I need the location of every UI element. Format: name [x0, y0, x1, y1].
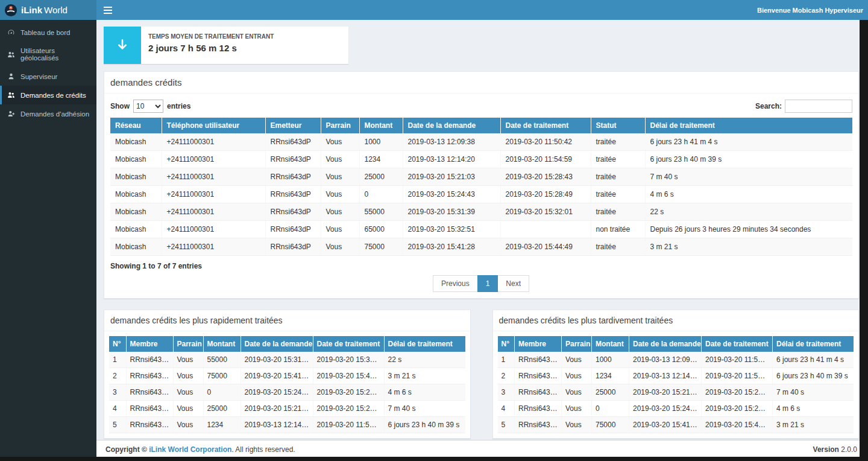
- pagination-previous-button[interactable]: Previous: [433, 275, 478, 292]
- column-header[interactable]: Date de traitement: [702, 336, 773, 352]
- sidebar-item-dashboard[interactable]: Tableau de bord: [0, 23, 96, 42]
- table-cell: 75000: [592, 417, 629, 433]
- sidebar: Tableau de bord Utilisateurs géolocalisé…: [0, 20, 96, 461]
- table-cell: Mobicash: [110, 221, 162, 238]
- table-cell: 2019-03-13 12:09:38: [629, 352, 702, 368]
- card-value: 2 jours 7 h 56 m 12 s: [148, 43, 274, 53]
- search-label: Search:: [755, 102, 782, 110]
- table-cell: RRnsi643dP: [515, 384, 562, 401]
- table-cell: +24111000301: [162, 168, 265, 186]
- table-cell: 2019-03-20 15:24:43: [403, 186, 500, 203]
- column-header[interactable]: N°: [109, 336, 126, 352]
- search-input[interactable]: [785, 100, 852, 113]
- table-cell: traitée: [591, 133, 645, 151]
- main-content: TEMPS MOYEN DE TRAITEMENT ENTRANT 2 jour…: [96, 20, 868, 461]
- table-cell: RRnsi643dP: [265, 203, 321, 221]
- table-cell: 1000: [592, 352, 629, 368]
- column-header[interactable]: Statut: [591, 118, 645, 133]
- column-header[interactable]: Délai de traitement: [773, 336, 854, 352]
- table-cell: Vous: [562, 401, 592, 417]
- table-cell: Mobicash: [110, 203, 162, 221]
- dashboard-icon: [7, 28, 16, 36]
- table-cell: RRnsi643dP: [265, 133, 321, 151]
- column-header[interactable]: Montant: [592, 336, 629, 352]
- table-cell: 55000: [203, 352, 241, 368]
- table-cell: +24111000301: [162, 238, 265, 256]
- table-cell: 22 s: [384, 352, 465, 368]
- column-header[interactable]: Réseau: [110, 118, 162, 133]
- table-row: Mobicash+24111000301RRnsi643dPVous650002…: [110, 221, 852, 238]
- column-header[interactable]: Parrain: [321, 118, 359, 133]
- scrollbar-vertical[interactable]: [860, 20, 868, 461]
- column-header[interactable]: Membre: [515, 336, 562, 352]
- version-text: Version 2.0.0: [813, 445, 857, 456]
- table-cell: 6 jours 23 h 40 m 39 s: [384, 417, 465, 433]
- table-cell: 1: [498, 352, 515, 368]
- table-cell: traitée: [591, 168, 645, 186]
- sidebar-item-credit-requests[interactable]: Demandes de crédits: [0, 86, 96, 104]
- table-cell: 65000: [359, 221, 403, 238]
- column-header[interactable]: Téléphone utilisateur: [162, 118, 265, 133]
- copyright-prefix: Copyright ©: [105, 445, 147, 454]
- table-cell: 2019-03-20 11:54:59: [313, 417, 384, 433]
- scrollbar-horizontal[interactable]: [0, 457, 868, 461]
- table-cell: 2019-03-20 11:50:42: [500, 133, 591, 151]
- company-link[interactable]: iLink World Corporation: [149, 445, 231, 454]
- sidebar-item-geolocated-users[interactable]: Utilisateurs géolocalisés: [0, 42, 96, 67]
- table-cell: 2: [498, 368, 515, 384]
- table-cell: 3 m 21 s: [384, 368, 465, 384]
- table-cell: traitée: [591, 238, 645, 256]
- column-header[interactable]: Date de traitement: [313, 336, 384, 352]
- table-cell: +24111000301: [162, 133, 265, 151]
- table-cell: 2019-03-20 15:41:28: [629, 417, 702, 433]
- table-cell: Vous: [562, 352, 592, 368]
- user-icon: [7, 72, 16, 80]
- table-cell: RRnsi643dP: [515, 352, 562, 368]
- table-cell: 2019-03-20 15:28:49: [313, 384, 384, 401]
- users-icon: [7, 51, 16, 59]
- column-header[interactable]: Délai de traitement: [384, 336, 465, 352]
- table-cell: 1234: [359, 151, 403, 168]
- table-cell: traitée: [591, 203, 645, 221]
- brand[interactable]: iLinkWorld: [0, 0, 96, 20]
- table-cell: 3: [109, 384, 126, 401]
- column-header[interactable]: Parrain: [173, 336, 203, 352]
- column-header[interactable]: Date de la demande: [403, 118, 500, 133]
- table-cell: 2019-03-20 15:31:39: [403, 203, 500, 221]
- column-header[interactable]: Date de la demande: [629, 336, 702, 352]
- column-header[interactable]: Emetteur: [265, 118, 321, 133]
- table-cell: RRnsi643dP: [126, 384, 173, 401]
- sidebar-toggle-button[interactable]: [96, 0, 119, 20]
- table-cell: Vous: [173, 401, 203, 417]
- table-cell: Mobicash: [110, 133, 162, 151]
- pagination-page-1-button[interactable]: 1: [477, 275, 498, 292]
- column-header[interactable]: Parrain: [562, 336, 592, 352]
- page-size-select[interactable]: 10: [133, 100, 163, 113]
- slowest-requests-panel: demandes crédits les plus tardivement tr…: [492, 310, 860, 439]
- column-header[interactable]: Montant: [359, 118, 403, 133]
- table-cell: 7 m 40 s: [645, 168, 852, 186]
- pagination-next-button[interactable]: Next: [497, 275, 529, 292]
- table-cell: 75000: [203, 368, 241, 384]
- column-header[interactable]: Montant: [203, 336, 241, 352]
- table-cell: 0: [592, 401, 629, 417]
- column-header[interactable]: Délai de traitement: [645, 118, 852, 133]
- table-cell: 2019-03-13 12:09:38: [403, 133, 500, 151]
- credit-requests-panel: demandes crédits Show 10 entries Search:: [104, 71, 859, 299]
- table-cell: +24111000301: [162, 203, 265, 221]
- table-header-row: RéseauTéléphone utilisateurEmetteurParra…: [110, 118, 852, 133]
- table-cell: 2019-03-20 15:24:43: [629, 401, 702, 417]
- table-row: Mobicash+24111000301RRnsi643dPVous550002…: [110, 203, 852, 221]
- column-header[interactable]: Date de traitement: [500, 118, 591, 133]
- table-cell: Mobicash: [110, 151, 162, 168]
- sidebar-item-membership-requests[interactable]: Demandes d'adhésion: [0, 104, 96, 123]
- column-header[interactable]: Membre: [126, 336, 173, 352]
- table-cell: 2019-03-20 15:32:51: [403, 221, 500, 238]
- table-header-row: N°MembreParrainMontantDate de la demande…: [109, 336, 465, 352]
- table-cell: 25000: [203, 401, 241, 417]
- table-row: 2RRnsi643dPVous12342019-03-13 12:14:2020…: [498, 368, 854, 384]
- table-cell: 2019-03-20 15:24:43: [241, 384, 313, 401]
- sidebar-item-supervisor[interactable]: Superviseur: [0, 67, 96, 86]
- column-header[interactable]: N°: [498, 336, 515, 352]
- column-header[interactable]: Date de la demande: [241, 336, 313, 352]
